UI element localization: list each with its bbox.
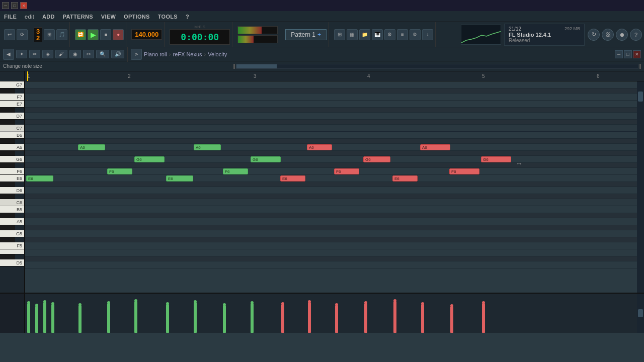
pattern-selector[interactable]: Pattern 1 +: [285, 29, 327, 40]
download-button[interactable]: ↓: [422, 29, 433, 40]
refresh-button[interactable]: ↻: [588, 29, 600, 41]
minimize-button[interactable]: ─: [2, 2, 9, 9]
key-B5[interactable]: B5: [0, 206, 24, 213]
key-G5[interactable]: G5: [0, 230, 24, 237]
key-As6[interactable]: [0, 139, 15, 144]
pr-nav-button[interactable]: ⊳: [131, 49, 142, 60]
key-Ds6[interactable]: [0, 182, 15, 187]
key-E6[interactable]: E6: [0, 175, 24, 182]
key-F6[interactable]: F6: [0, 168, 24, 175]
key-A6[interactable]: A6: [0, 144, 24, 151]
pr-tool-eraser[interactable]: ◈: [42, 50, 53, 58]
metronome-button[interactable]: 🎵: [56, 29, 67, 40]
pr-minimize[interactable]: ─: [615, 50, 623, 58]
key-G6[interactable]: G6: [0, 156, 24, 163]
pr-maximize[interactable]: □: [624, 50, 632, 58]
redo-button[interactable]: ⟳: [17, 29, 28, 40]
key-Cs6[interactable]: [0, 194, 15, 199]
pr-tool-pencil[interactable]: ✏: [29, 50, 40, 58]
vel-bar-red-5[interactable]: [393, 302, 396, 333]
key-G7[interactable]: G7: [0, 81, 24, 88]
vel-bar-1[interactable]: [27, 304, 30, 333]
channel-rack-button[interactable]: ▦: [347, 29, 358, 40]
pr-arrow-left[interactable]: ◀: [3, 49, 14, 60]
mixer2-button[interactable]: ≡: [397, 29, 408, 40]
snap-button[interactable]: ⊞: [44, 29, 55, 40]
key-Fs7[interactable]: [0, 88, 15, 94]
key-D7[interactable]: D7: [0, 113, 24, 120]
vel-bar-11[interactable]: [251, 304, 254, 333]
pr-tool-speaker[interactable]: 🔊: [111, 50, 124, 58]
key-F7[interactable]: F7: [0, 94, 24, 101]
key-Gs6[interactable]: [0, 151, 15, 156]
vel-bar-7[interactable]: [134, 302, 137, 333]
pr-tool-cut[interactable]: ✂: [83, 50, 94, 58]
key-Ds5[interactable]: [0, 254, 15, 259]
menu-add[interactable]: ADD: [40, 13, 57, 21]
menu-view[interactable]: VIEW: [99, 13, 118, 21]
undo-button[interactable]: ↩: [4, 29, 15, 40]
vel-bar-3[interactable]: [43, 303, 46, 333]
piano-roll-button[interactable]: 🎹: [372, 29, 383, 40]
vel-bar-6[interactable]: [107, 304, 110, 333]
vel-bar-5[interactable]: [78, 306, 82, 333]
menu-tools[interactable]: TOOLS: [156, 13, 180, 21]
vel-bar-9[interactable]: [194, 303, 197, 333]
menu-help[interactable]: ?: [184, 13, 191, 21]
settings-button[interactable]: ⚙: [410, 29, 421, 40]
key-Ds7[interactable]: [0, 108, 15, 113]
help-button[interactable]: ?: [630, 29, 642, 41]
plugin-button[interactable]: ⚙: [384, 29, 395, 40]
pr-tool-zoom[interactable]: 🔍: [96, 50, 109, 58]
menu-patterns[interactable]: PATTERNS: [61, 13, 95, 21]
key-Fs6[interactable]: [0, 163, 15, 168]
link-button[interactable]: ⛓: [602, 29, 614, 41]
vel-bar-2[interactable]: [35, 306, 38, 333]
key-As5[interactable]: [0, 213, 15, 218]
pr-tool-glue[interactable]: ◉: [69, 50, 81, 58]
vertical-scrollbar[interactable]: [637, 71, 644, 293]
key-E7[interactable]: E7: [0, 101, 24, 108]
pr-close[interactable]: ✕: [633, 50, 641, 58]
vel-bar-red-6[interactable]: [421, 305, 424, 333]
key-Fs5[interactable]: [0, 237, 15, 242]
key-D5[interactable]: D5: [0, 259, 24, 266]
vel-bar-red-1[interactable]: [281, 305, 284, 333]
play-button[interactable]: ▶: [88, 29, 99, 40]
mixer-button[interactable]: ⊞: [334, 29, 345, 40]
menu-file[interactable]: FILE: [2, 13, 19, 21]
menu-options[interactable]: OPTIONS: [122, 13, 152, 21]
key-Cs7[interactable]: [0, 120, 15, 125]
record-button[interactable]: ●: [113, 29, 124, 40]
vel-bar-10[interactable]: [223, 306, 226, 333]
close-button[interactable]: ✕: [20, 2, 27, 9]
vel-bar-red-4[interactable]: [364, 304, 367, 333]
menu-edit[interactable]: EDIT: [23, 13, 36, 21]
vel-bar-red-7[interactable]: [450, 307, 453, 333]
key-C7[interactable]: C7: [0, 125, 24, 132]
resize-handle[interactable]: ↔: [516, 159, 523, 167]
key-A5[interactable]: A5: [0, 218, 24, 225]
key-B6[interactable]: B6: [0, 132, 24, 139]
stop-button[interactable]: ■: [100, 29, 111, 40]
browser-button[interactable]: 📁: [359, 29, 370, 40]
vel-bar-4[interactable]: [51, 305, 54, 333]
breadcrumb-instrument[interactable]: reFX Nexus: [173, 51, 202, 57]
pr-tool-select[interactable]: ✦: [16, 50, 27, 58]
rec-button[interactable]: ⏺: [616, 29, 628, 41]
vel-bar-red-2[interactable]: [308, 303, 311, 333]
vel-bar-red-3[interactable]: [335, 306, 338, 333]
key-C6[interactable]: C6: [0, 199, 24, 206]
bpm-display[interactable]: 140.000: [131, 29, 162, 40]
key-D6[interactable]: D6: [0, 187, 24, 194]
pr-tool-paint[interactable]: 🖌: [55, 50, 67, 58]
maximize-button[interactable]: □: [11, 2, 18, 9]
loop-button[interactable]: 🔁: [75, 29, 86, 40]
key-E5[interactable]: [0, 249, 24, 254]
vel-bar-8[interactable]: [166, 305, 169, 333]
key-Gs5[interactable]: [0, 225, 15, 230]
key-F5[interactable]: F5: [0, 242, 24, 249]
vel-bar-red-8[interactable]: [482, 304, 485, 333]
velocity-scrollbar[interactable]: [637, 294, 644, 333]
breadcrumb-view[interactable]: Velocity: [208, 51, 227, 57]
